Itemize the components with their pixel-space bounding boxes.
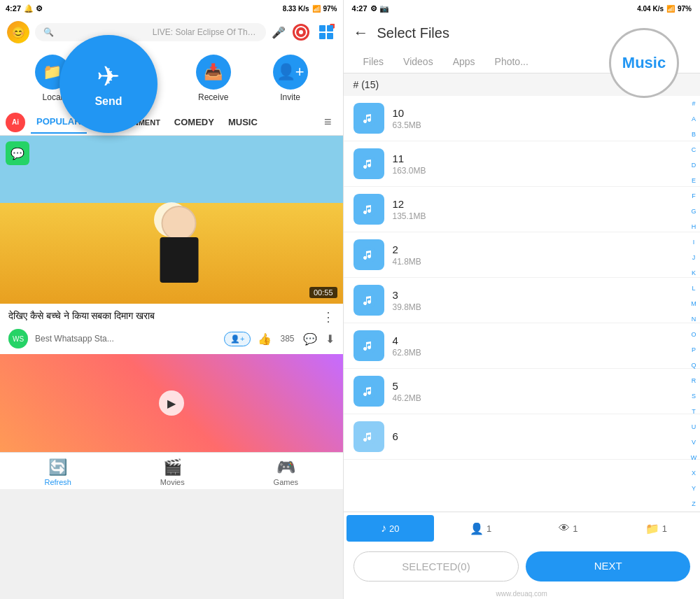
invite-action[interactable]: 👤+ Invite [273, 55, 308, 102]
notification-icons: 🔔 ⚙ [24, 4, 43, 13]
alpha-m[interactable]: M [691, 301, 696, 307]
badge-icon[interactable] [291, 22, 311, 42]
nav-refresh[interactable]: 🔄 Refresh [44, 458, 71, 486]
alpha-l[interactable]: L [692, 286, 695, 292]
people-count-tab[interactable]: 👤 1 [437, 512, 524, 544]
alpha-y[interactable]: Y [692, 486, 696, 492]
tab-music[interactable]: MUSIC [223, 111, 263, 133]
music-file-icon-3 [354, 239, 384, 270]
file-item-4[interactable]: 3 39.8MB [344, 278, 700, 323]
svg-point-9 [361, 156, 377, 171]
alpha-t[interactable]: T [692, 409, 696, 415]
alpha-p[interactable]: P [692, 347, 696, 353]
alpha-d[interactable]: D [692, 162, 696, 169]
file-item-5[interactable]: 4 62.8MB [344, 323, 700, 369]
svg-point-12 [361, 293, 377, 308]
status-time-left: 4:27 🔔 ⚙ [6, 4, 43, 13]
alpha-r[interactable]: R [692, 378, 696, 384]
download-icon[interactable]: ⬇ [326, 332, 335, 346]
alpha-i[interactable]: I [693, 239, 695, 246]
thumb-icon[interactable]: 👍 [258, 332, 272, 346]
invite-icon: 👤+ [273, 55, 308, 90]
file-info-2: 12 135.1MB [393, 198, 690, 221]
alpha-hash[interactable]: # [692, 101, 695, 107]
svg-point-14 [361, 383, 377, 399]
alpha-h[interactable]: H [692, 224, 696, 230]
tab-apps[interactable]: Apps [443, 50, 485, 73]
svg-rect-3 [319, 25, 326, 31]
refresh-icon: 🔄 [48, 458, 67, 477]
nav-games[interactable]: 🎮 Games [274, 458, 298, 486]
music-file-icon-4 [354, 285, 384, 316]
svg-point-2 [299, 30, 303, 34]
next-button[interactable]: NEXT [526, 551, 690, 582]
music-file-icon [354, 103, 384, 134]
status-indicators-left: 8.33 K/s 📶 97% [283, 5, 337, 13]
watermark: www.deuaq.com [344, 589, 700, 599]
alpha-n[interactable]: N [692, 316, 696, 323]
share-icon[interactable]: 💬 [303, 332, 317, 346]
search-bar: 😊 🔍 LIVE: Solar Eclipse Of The Decade 🎤 [0, 17, 343, 48]
follow-button[interactable]: 👤+ [224, 332, 251, 346]
alpha-q[interactable]: Q [691, 362, 696, 369]
alpha-g[interactable]: G [691, 209, 696, 215]
file-item-7[interactable]: 6 [344, 414, 700, 460]
alpha-f[interactable]: F [692, 193, 696, 199]
receive-action[interactable]: 📥 Receive [196, 55, 231, 102]
alpha-e[interactable]: E [692, 178, 696, 184]
send-overlay[interactable]: ✈ Send [59, 35, 158, 133]
alpha-w[interactable]: W [691, 455, 697, 461]
alpha-c[interactable]: C [692, 147, 696, 153]
alpha-u[interactable]: U [692, 424, 696, 430]
alpha-s[interactable]: S [692, 393, 696, 400]
alpha-o[interactable]: O [691, 332, 696, 338]
music-circle-highlight[interactable]: Music [609, 28, 679, 98]
top-icons [291, 22, 336, 42]
alphabet-index[interactable]: # A B C D E F G H I J K L M N O P Q R S … [687, 96, 700, 512]
file-info-4: 3 39.8MB [393, 289, 690, 312]
video-info: देखिए कैसे बच्चे ने किया सबका दिमाग खराब… [0, 304, 343, 354]
mic-icon[interactable]: 🎤 [272, 26, 286, 39]
file-item-2[interactable]: 12 135.1MB [344, 187, 700, 232]
file-item-3[interactable]: 2 41.8MB [344, 232, 700, 278]
people-tab-icon: 👤 [470, 522, 484, 535]
more-options-icon[interactable]: ⋮ [322, 309, 335, 325]
nav-movies[interactable]: 🎬 Movies [160, 458, 185, 486]
bottom-tabs-right: ♪ 20 👤 1 👁 1 📁 1 [344, 512, 700, 544]
file-item-6[interactable]: 5 46.2MB [344, 369, 700, 414]
back-button[interactable]: ← [354, 24, 369, 42]
selected-button[interactable]: SELECTED(0) [354, 551, 519, 582]
tab-files[interactable]: Files [354, 50, 394, 73]
tab-photos[interactable]: Photo... [485, 50, 538, 73]
video-thumbnail[interactable]: ▶ [0, 136, 343, 304]
games-icon: 🎮 [276, 458, 295, 477]
alpha-a[interactable]: A [692, 116, 696, 122]
svg-point-15 [361, 429, 377, 444]
tab-comedy[interactable]: COMEDY [169, 111, 220, 133]
file-item-0[interactable]: 10 63.5MB [344, 96, 700, 141]
alpha-x[interactable]: X [692, 470, 696, 477]
search-input-wrap[interactable]: 🔍 LIVE: Solar Eclipse Of The Decade [35, 23, 266, 41]
alpha-z[interactable]: Z [692, 501, 696, 507]
grid-icon[interactable] [316, 22, 336, 42]
file-info-5: 4 62.8MB [393, 334, 690, 358]
alpha-b[interactable]: B [692, 132, 696, 138]
folder-count-tab[interactable]: 📁 1 [612, 512, 700, 544]
music-count-tab[interactable]: ♪ 20 [346, 515, 434, 542]
alpha-j[interactable]: J [692, 255, 696, 261]
alpha-k[interactable]: K [692, 270, 696, 276]
file-list: 10 63.5MB 11 163.0MB 12 135.1MB [344, 96, 700, 512]
status-time-right: 4:27 ⚙ 📷 [352, 4, 389, 13]
action-bar: SELECTED(0) NEXT [344, 544, 700, 589]
file-item-1[interactable]: 11 163.0MB [344, 141, 700, 187]
file-info-1: 11 163.0MB [393, 153, 690, 176]
video-thumb2[interactable]: ▶ [0, 354, 343, 452]
play-button-2[interactable]: ▶ [159, 390, 184, 416]
nav-more-icon[interactable]: ≡ [318, 109, 337, 135]
tab-videos[interactable]: Videos [393, 50, 443, 73]
eye-count-tab[interactable]: 👁 1 [524, 512, 612, 544]
avatar: 😊 [7, 21, 29, 43]
alpha-v[interactable]: V [692, 439, 696, 446]
channel-avatar: WS [8, 329, 28, 348]
music-file-icon-2 [354, 194, 384, 225]
